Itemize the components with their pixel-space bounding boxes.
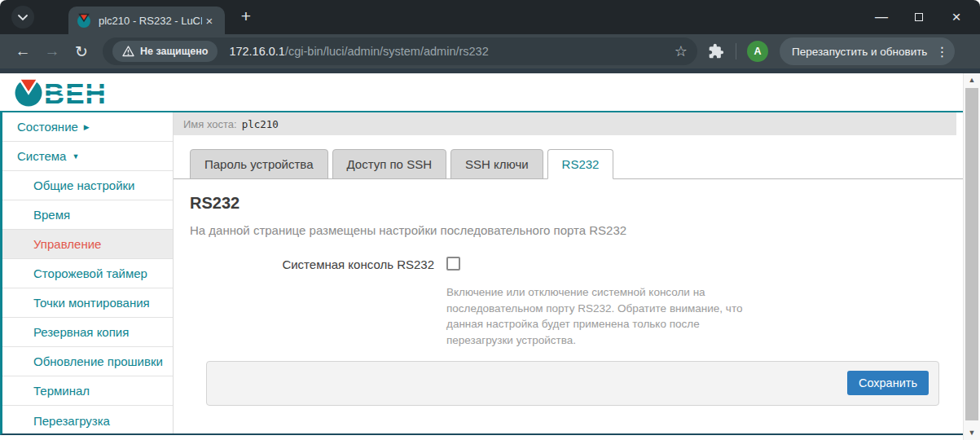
browser-toolbar: ← → ↻ Не защищено 172.16.0.1/cgi-bin/luc… [0,34,980,68]
hostname-label: Имя хоста: [183,118,237,130]
url-host: 172.16.0.1 [229,45,285,58]
url-path: /cgi-bin/luci/admin/system/admin/rs232 [285,45,489,58]
profile-avatar[interactable]: A [747,41,768,62]
form-footer: Сохранить [206,361,939,406]
maximize-button[interactable] [900,0,938,34]
owen-logo: ВЕН [13,77,111,108]
page-description: На данной странице размещены настройки п… [190,223,963,237]
scrollbar-thumb[interactable] [965,88,978,420]
close-window-button[interactable]: × [938,0,975,34]
address-bar[interactable]: Не защищено 172.16.0.1/cgi-bin/luci/admi… [103,37,697,65]
scroll-down-icon[interactable]: ▼ [964,429,980,437]
tab-rs232[interactable]: RS232 [547,149,614,179]
sidebar-item-system[interactable]: Система ▼ [2,142,173,171]
collapsed-arrow-icon: ▶ [84,123,90,131]
tab-ssh-access[interactable]: Доступ по SSH [332,149,446,179]
sidebar-item-label: Перезагрузка [33,414,110,428]
tab-device-password[interactable]: Пароль устройства [190,149,328,179]
tab-search-button[interactable] [11,6,34,29]
toolbar-separator [736,43,736,59]
console-checkbox-label: Системная консоль RS232 [190,257,434,348]
sidebar-item-label: Общие настройки [33,178,135,192]
console-form-row: Системная консоль RS232 Включение или от… [190,257,963,348]
tab-title: plc210 - RS232 - LuCI [99,15,202,27]
console-field: Включение или отключение системной консо… [446,257,754,348]
tab-ssh-keys[interactable]: SSH ключи [450,149,543,179]
update-browser-button[interactable]: Перезапустить и обновить ⋮ [780,37,955,65]
sidebar-item-reboot[interactable]: Перезагрузка [2,406,173,435]
sidebar-item-label: Система [17,149,66,163]
settings-tabs: Пароль устройства Доступ по SSH SSH ключ… [174,149,963,179]
sidebar-item-backup[interactable]: Резервная копия [2,318,173,347]
window-controls: — × [863,0,975,34]
page-title: RS232 [190,194,963,213]
tab-close-icon[interactable]: × [202,14,217,28]
back-button[interactable]: ← [11,39,35,64]
sidebar-item-time[interactable]: Время [2,200,173,230]
security-chip-label: Не защищено [140,46,208,57]
favicon-owen-icon [77,13,91,29]
sidebar-menu: Состояние ▶ Система ▼ Общие настройки Вр… [2,112,174,433]
sidebar-item-label: Терминал [33,384,90,398]
sidebar-item-label: Управление [33,237,101,251]
luci-page: ВЕН Состояние ▶ Система ▼ Общие настройк… [0,73,980,440]
sidebar-item-label: Состояние [17,120,78,134]
warning-icon [122,46,134,57]
browser-tab[interactable]: plc210 - RS232 - LuCI × [68,7,225,34]
sidebar-item-label: Сторожевой таймер [33,266,147,280]
browser-titlebar: plc210 - RS232 - LuCI × + — × [0,0,980,34]
puzzle-icon [708,43,724,59]
scroll-up-icon[interactable]: ▲ [964,76,980,84]
sidebar-item-label: Точки монтирования [33,296,150,310]
sidebar-item-label: Резервная копия [33,325,129,339]
save-button[interactable]: Сохранить [847,371,929,395]
update-browser-label: Перезапустить и обновить [792,46,927,58]
expanded-arrow-icon: ▼ [72,152,79,161]
sidebar-item-mount-points[interactable]: Точки монтирования [2,288,173,318]
maximize-icon [915,13,923,21]
sidebar-item-label: Обновление прошивки [33,354,163,368]
system-console-checkbox[interactable] [446,257,460,271]
chevron-down-icon [17,14,29,21]
main-content: Имя хоста: plc210 Пароль устройства Дост… [174,112,963,433]
owen-logo-letters: ВЕН [44,77,107,108]
sidebar-item-watchdog[interactable]: Сторожевой таймер [2,259,173,288]
reload-button[interactable]: ↻ [69,39,94,64]
hostname-value: plc210 [242,118,279,130]
console-help-text: Включение или отключение системной консо… [446,284,754,348]
page-scrollbar[interactable]: ▲ ▼ [963,73,980,440]
extensions-button[interactable] [704,39,728,64]
sidebar-item-administration[interactable]: Управление [2,230,173,259]
new-tab-button[interactable]: + [235,6,257,29]
sidebar-item-general-settings[interactable]: Общие настройки [2,171,173,200]
sidebar-item-terminal[interactable]: Терминал [2,376,173,406]
hostname-bar: Имя хоста: plc210 [174,112,956,135]
bookmark-star-icon[interactable]: ☆ [675,42,688,60]
browser-menu-kebab-icon[interactable]: ⋮ [935,44,948,59]
sidebar-item-status[interactable]: Состояние ▶ [2,112,173,142]
sidebar-item-firmware-update[interactable]: Обновление прошивки [2,347,173,376]
security-chip[interactable]: Не защищено [112,41,218,62]
page-header: ВЕН [0,73,980,111]
sidebar-item-label: Время [33,208,70,222]
forward-button[interactable]: → [40,39,64,64]
url-text: 172.16.0.1/cgi-bin/luci/admin/system/adm… [229,45,488,58]
rs232-section: RS232 На данной странице размещены настр… [174,194,963,406]
minimize-button[interactable]: — [863,0,900,34]
